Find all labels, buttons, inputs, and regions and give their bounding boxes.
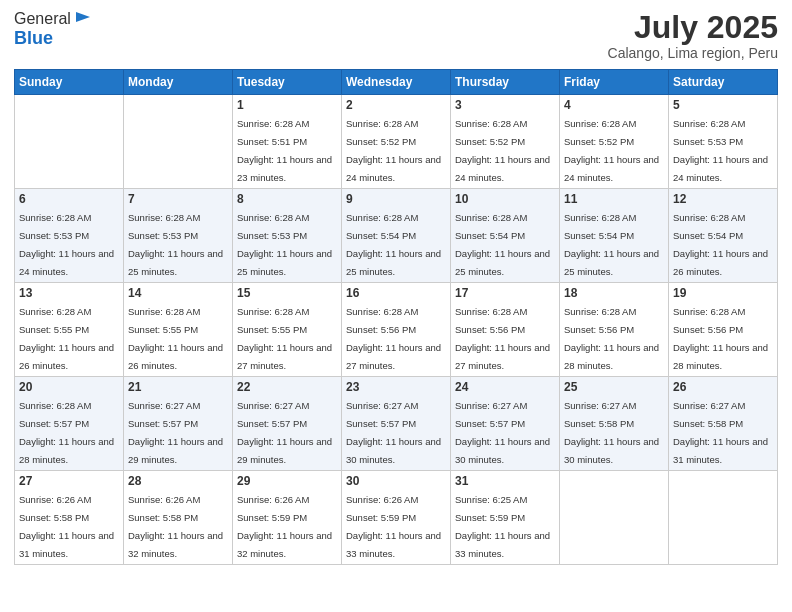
day-info: Sunrise: 6:28 AMSunset: 5:52 PMDaylight:… <box>455 118 550 183</box>
logo-flag-icon <box>74 10 92 28</box>
day-info: Sunrise: 6:28 AMSunset: 5:55 PMDaylight:… <box>237 306 332 371</box>
header-sunday: Sunday <box>15 70 124 95</box>
calendar-cell: 7 Sunrise: 6:28 AMSunset: 5:53 PMDayligh… <box>124 189 233 283</box>
day-number: 16 <box>346 286 446 300</box>
day-number: 9 <box>346 192 446 206</box>
day-info: Sunrise: 6:28 AMSunset: 5:56 PMDaylight:… <box>346 306 441 371</box>
day-number: 12 <box>673 192 773 206</box>
day-number: 29 <box>237 474 337 488</box>
calendar-cell: 17 Sunrise: 6:28 AMSunset: 5:56 PMDaylig… <box>451 283 560 377</box>
day-number: 17 <box>455 286 555 300</box>
calendar-cell: 16 Sunrise: 6:28 AMSunset: 5:56 PMDaylig… <box>342 283 451 377</box>
day-info: Sunrise: 6:27 AMSunset: 5:58 PMDaylight:… <box>673 400 768 465</box>
calendar-cell: 28 Sunrise: 6:26 AMSunset: 5:58 PMDaylig… <box>124 471 233 565</box>
day-info: Sunrise: 6:28 AMSunset: 5:54 PMDaylight:… <box>673 212 768 277</box>
header-tuesday: Tuesday <box>233 70 342 95</box>
logo-general-text: General <box>14 10 71 28</box>
calendar-cell <box>15 95 124 189</box>
day-number: 21 <box>128 380 228 394</box>
day-number: 1 <box>237 98 337 112</box>
day-info: Sunrise: 6:28 AMSunset: 5:53 PMDaylight:… <box>128 212 223 277</box>
calendar-page: General Blue July 2025 Calango, Lima reg… <box>0 0 792 612</box>
day-info: Sunrise: 6:27 AMSunset: 5:57 PMDaylight:… <box>455 400 550 465</box>
calendar-cell: 10 Sunrise: 6:28 AMSunset: 5:54 PMDaylig… <box>451 189 560 283</box>
day-number: 10 <box>455 192 555 206</box>
calendar-cell: 12 Sunrise: 6:28 AMSunset: 5:54 PMDaylig… <box>669 189 778 283</box>
day-number: 14 <box>128 286 228 300</box>
day-number: 24 <box>455 380 555 394</box>
calendar-cell: 29 Sunrise: 6:26 AMSunset: 5:59 PMDaylig… <box>233 471 342 565</box>
day-number: 26 <box>673 380 773 394</box>
week-row-3: 13 Sunrise: 6:28 AMSunset: 5:55 PMDaylig… <box>15 283 778 377</box>
day-number: 20 <box>19 380 119 394</box>
logo-blue-text: Blue <box>14 28 53 48</box>
calendar-cell: 19 Sunrise: 6:28 AMSunset: 5:56 PMDaylig… <box>669 283 778 377</box>
day-info: Sunrise: 6:27 AMSunset: 5:58 PMDaylight:… <box>564 400 659 465</box>
day-info: Sunrise: 6:28 AMSunset: 5:55 PMDaylight:… <box>19 306 114 371</box>
day-info: Sunrise: 6:28 AMSunset: 5:54 PMDaylight:… <box>346 212 441 277</box>
day-info: Sunrise: 6:28 AMSunset: 5:51 PMDaylight:… <box>237 118 332 183</box>
calendar-table: Sunday Monday Tuesday Wednesday Thursday… <box>14 69 778 565</box>
day-info: Sunrise: 6:28 AMSunset: 5:53 PMDaylight:… <box>673 118 768 183</box>
day-info: Sunrise: 6:28 AMSunset: 5:53 PMDaylight:… <box>19 212 114 277</box>
day-info: Sunrise: 6:26 AMSunset: 5:59 PMDaylight:… <box>237 494 332 559</box>
calendar-cell: 1 Sunrise: 6:28 AMSunset: 5:51 PMDayligh… <box>233 95 342 189</box>
day-info: Sunrise: 6:28 AMSunset: 5:54 PMDaylight:… <box>455 212 550 277</box>
day-number: 13 <box>19 286 119 300</box>
calendar-cell: 13 Sunrise: 6:28 AMSunset: 5:55 PMDaylig… <box>15 283 124 377</box>
day-info: Sunrise: 6:28 AMSunset: 5:56 PMDaylight:… <box>455 306 550 371</box>
calendar-cell: 27 Sunrise: 6:26 AMSunset: 5:58 PMDaylig… <box>15 471 124 565</box>
calendar-cell: 9 Sunrise: 6:28 AMSunset: 5:54 PMDayligh… <box>342 189 451 283</box>
header-friday: Friday <box>560 70 669 95</box>
calendar-cell: 21 Sunrise: 6:27 AMSunset: 5:57 PMDaylig… <box>124 377 233 471</box>
day-number: 2 <box>346 98 446 112</box>
day-number: 27 <box>19 474 119 488</box>
day-number: 30 <box>346 474 446 488</box>
day-number: 4 <box>564 98 664 112</box>
header-saturday: Saturday <box>669 70 778 95</box>
calendar-cell: 15 Sunrise: 6:28 AMSunset: 5:55 PMDaylig… <box>233 283 342 377</box>
page-header: General Blue July 2025 Calango, Lima reg… <box>14 10 778 61</box>
day-number: 7 <box>128 192 228 206</box>
day-info: Sunrise: 6:27 AMSunset: 5:57 PMDaylight:… <box>237 400 332 465</box>
header-wednesday: Wednesday <box>342 70 451 95</box>
header-monday: Monday <box>124 70 233 95</box>
week-row-5: 27 Sunrise: 6:26 AMSunset: 5:58 PMDaylig… <box>15 471 778 565</box>
day-number: 22 <box>237 380 337 394</box>
calendar-cell: 3 Sunrise: 6:28 AMSunset: 5:52 PMDayligh… <box>451 95 560 189</box>
logo: General Blue <box>14 10 92 49</box>
calendar-cell: 14 Sunrise: 6:28 AMSunset: 5:55 PMDaylig… <box>124 283 233 377</box>
day-number: 19 <box>673 286 773 300</box>
day-info: Sunrise: 6:25 AMSunset: 5:59 PMDaylight:… <box>455 494 550 559</box>
calendar-cell: 20 Sunrise: 6:28 AMSunset: 5:57 PMDaylig… <box>15 377 124 471</box>
day-number: 28 <box>128 474 228 488</box>
calendar-cell: 22 Sunrise: 6:27 AMSunset: 5:57 PMDaylig… <box>233 377 342 471</box>
svg-marker-0 <box>76 12 90 22</box>
day-info: Sunrise: 6:28 AMSunset: 5:53 PMDaylight:… <box>237 212 332 277</box>
day-number: 5 <box>673 98 773 112</box>
day-info: Sunrise: 6:26 AMSunset: 5:59 PMDaylight:… <box>346 494 441 559</box>
calendar-cell <box>669 471 778 565</box>
day-info: Sunrise: 6:28 AMSunset: 5:55 PMDaylight:… <box>128 306 223 371</box>
calendar-cell: 8 Sunrise: 6:28 AMSunset: 5:53 PMDayligh… <box>233 189 342 283</box>
calendar-cell <box>560 471 669 565</box>
day-number: 6 <box>19 192 119 206</box>
calendar-cell: 11 Sunrise: 6:28 AMSunset: 5:54 PMDaylig… <box>560 189 669 283</box>
calendar-cell: 18 Sunrise: 6:28 AMSunset: 5:56 PMDaylig… <box>560 283 669 377</box>
week-row-1: 1 Sunrise: 6:28 AMSunset: 5:51 PMDayligh… <box>15 95 778 189</box>
day-info: Sunrise: 6:28 AMSunset: 5:52 PMDaylight:… <box>564 118 659 183</box>
day-info: Sunrise: 6:28 AMSunset: 5:52 PMDaylight:… <box>346 118 441 183</box>
calendar-cell: 31 Sunrise: 6:25 AMSunset: 5:59 PMDaylig… <box>451 471 560 565</box>
week-row-2: 6 Sunrise: 6:28 AMSunset: 5:53 PMDayligh… <box>15 189 778 283</box>
calendar-cell: 24 Sunrise: 6:27 AMSunset: 5:57 PMDaylig… <box>451 377 560 471</box>
calendar-cell <box>124 95 233 189</box>
day-info: Sunrise: 6:28 AMSunset: 5:56 PMDaylight:… <box>673 306 768 371</box>
day-number: 11 <box>564 192 664 206</box>
day-number: 23 <box>346 380 446 394</box>
calendar-cell: 6 Sunrise: 6:28 AMSunset: 5:53 PMDayligh… <box>15 189 124 283</box>
day-number: 3 <box>455 98 555 112</box>
day-number: 25 <box>564 380 664 394</box>
header-thursday: Thursday <box>451 70 560 95</box>
calendar-cell: 5 Sunrise: 6:28 AMSunset: 5:53 PMDayligh… <box>669 95 778 189</box>
day-number: 15 <box>237 286 337 300</box>
